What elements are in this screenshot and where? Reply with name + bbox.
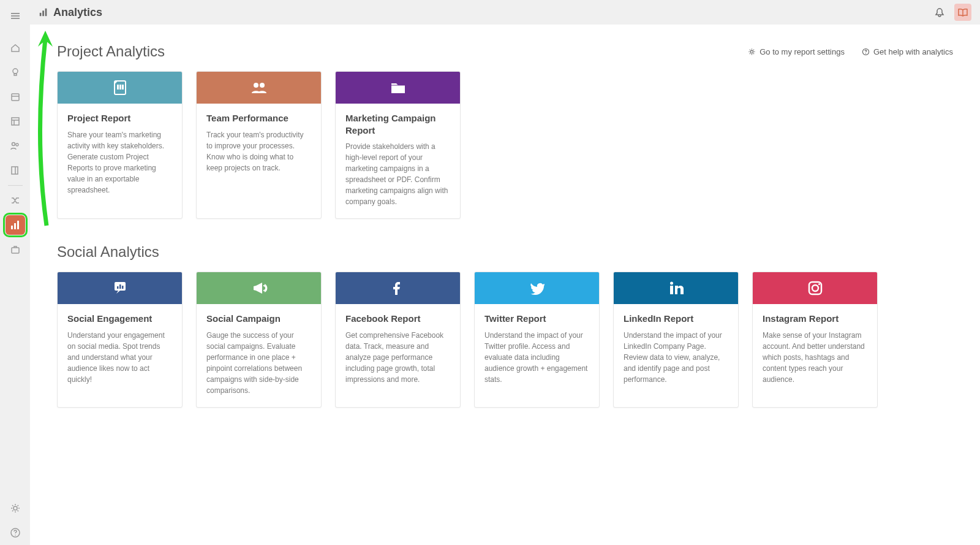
- card-title: Facebook Report: [345, 313, 450, 325]
- link-label: Get help with analytics: [873, 47, 953, 56]
- card-title: Twitter Report: [484, 313, 589, 325]
- report-card-project-report[interactable]: Project Report Share your team's marketi…: [57, 71, 183, 219]
- card-body: Marketing Campaign Report Provide stakeh…: [336, 104, 460, 218]
- facebook-icon: [389, 279, 407, 297]
- bell-icon: [934, 7, 945, 18]
- card-description: Understand the impact of your LinkedIn C…: [624, 330, 728, 385]
- card-description: Make sense of your Instagram account. An…: [763, 330, 867, 385]
- card-title: Instagram Report: [763, 313, 867, 325]
- nav-settings[interactable]: [6, 498, 25, 518]
- card-header: [197, 272, 321, 304]
- card-description: Understand your engagement on social med…: [67, 330, 172, 385]
- report-settings-link[interactable]: Go to my report settings: [748, 47, 845, 56]
- card-header: [336, 272, 460, 304]
- card-header: [336, 72, 460, 104]
- card-header: [753, 272, 877, 304]
- engagement-icon: [111, 279, 129, 297]
- card-header: [475, 272, 599, 304]
- report-card-instagram-report[interactable]: Instagram Report Make sense of your Inst…: [752, 272, 878, 408]
- nav-requeue[interactable]: [6, 191, 25, 210]
- nav-content[interactable]: [6, 112, 25, 131]
- card-title: Project Report: [67, 112, 172, 124]
- card-description: Provide stakeholders with a high-level r…: [345, 141, 450, 207]
- analytics-help-link[interactable]: Get help with analytics: [862, 47, 953, 56]
- report-card-team-performance[interactable]: Team Performance Track your team's produ…: [196, 71, 322, 219]
- card-body: Twitter Report Understand the impact of …: [475, 304, 599, 396]
- instagram-icon: [806, 279, 824, 297]
- card-body: Instagram Report Make sense of your Inst…: [753, 304, 877, 396]
- team-icon: [250, 78, 268, 97]
- report-card-social-campaign[interactable]: Social Campaign Gauge the success of you…: [196, 272, 322, 408]
- card-title: Social Campaign: [206, 313, 311, 325]
- linkedin-icon: [667, 279, 685, 297]
- section-title: Project Analytics: [57, 43, 165, 60]
- card-grid: Project Report Share your team's marketi…: [57, 71, 953, 219]
- report-card-linkedin-report[interactable]: LinkedIn Report Understand the impact of…: [613, 272, 739, 408]
- annotation-arrow: [30, 29, 59, 232]
- nav-team[interactable]: [6, 136, 25, 156]
- topbar: Analytics: [30, 0, 980, 25]
- page-title-wrap: Analytics: [39, 6, 102, 19]
- nav-home[interactable]: [6, 38, 25, 58]
- card-body: Team Performance Track your team's produ…: [197, 104, 321, 185]
- guide-button[interactable]: [954, 4, 971, 21]
- card-grid: Social Engagement Understand your engage…: [57, 272, 953, 408]
- card-title: Team Performance: [206, 112, 311, 124]
- card-title: LinkedIn Report: [624, 313, 728, 325]
- nav-help[interactable]: [6, 523, 25, 543]
- card-title: Marketing Campaign Report: [345, 112, 450, 136]
- open-book-icon: [957, 7, 968, 18]
- page-title: Analytics: [53, 6, 102, 19]
- section-title: Social Analytics: [57, 243, 159, 261]
- card-header: [197, 72, 321, 104]
- card-header: [58, 72, 182, 104]
- card-description: Share your team's marketing activity wit…: [67, 129, 172, 196]
- twitter-icon: [528, 279, 546, 297]
- card-header: [58, 272, 182, 304]
- card-description: Get comprehensive Facebook data. Track, …: [345, 330, 450, 385]
- section-header: Social Analytics: [57, 243, 953, 261]
- card-title: Social Engagement: [67, 313, 172, 325]
- sidebar: [0, 0, 30, 545]
- report-card-facebook-report[interactable]: Facebook Report Get comprehensive Facebo…: [335, 272, 461, 408]
- link-label: Go to my report settings: [760, 47, 845, 56]
- nav-assets[interactable]: [6, 161, 25, 180]
- card-header: [614, 272, 738, 304]
- card-description: Track your team's productivity to improv…: [206, 129, 311, 173]
- report-card-marketing-campaign[interactable]: Marketing Campaign Report Provide stakeh…: [335, 71, 461, 219]
- help-icon: [862, 48, 870, 56]
- card-description: Gauge the success of your social campaig…: [206, 330, 311, 396]
- card-body: Facebook Report Get comprehensive Facebo…: [336, 304, 460, 396]
- nav-analytics[interactable]: [6, 215, 25, 235]
- menu-toggle[interactable]: [6, 6, 25, 26]
- report-icon: [111, 78, 129, 97]
- analytics-icon: [39, 7, 48, 17]
- nav-toolkit[interactable]: [6, 240, 25, 259]
- card-description: Understand the impact of your Twitter pr…: [484, 330, 589, 385]
- gear-icon: [748, 48, 756, 56]
- section-header: Project Analytics Go to my report settin…: [57, 43, 953, 60]
- nav-ideas[interactable]: [6, 63, 25, 82]
- card-body: Social Engagement Understand your engage…: [58, 304, 182, 396]
- report-card-social-engagement[interactable]: Social Engagement Understand your engage…: [57, 272, 183, 408]
- notifications-button[interactable]: [931, 4, 948, 21]
- card-body: Project Report Share your team's marketi…: [58, 104, 182, 207]
- megaphone-icon: [250, 279, 268, 297]
- card-body: Social Campaign Gauge the success of you…: [197, 304, 321, 407]
- report-card-twitter-report[interactable]: Twitter Report Understand the impact of …: [474, 272, 600, 408]
- folder-icon: [389, 78, 407, 97]
- card-body: LinkedIn Report Understand the impact of…: [614, 304, 738, 396]
- content: Project Analytics Go to my report settin…: [30, 25, 980, 545]
- nav-calendar[interactable]: [6, 87, 25, 107]
